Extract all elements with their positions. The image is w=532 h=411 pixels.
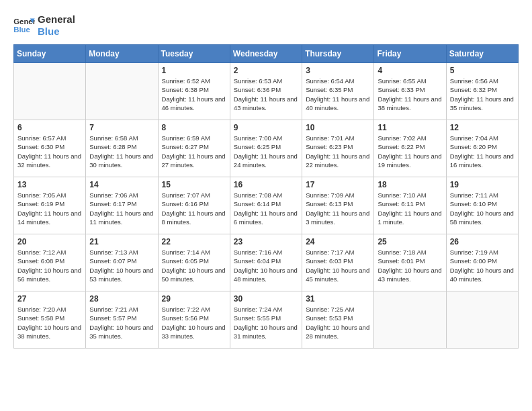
calendar-cell: 22Sunrise: 7:14 AM Sunset: 6:05 PM Dayli… bbox=[158, 234, 230, 291]
calendar-cell: 31Sunrise: 7:25 AM Sunset: 5:53 PM Dayli… bbox=[302, 291, 374, 349]
calendar-cell: 9Sunrise: 7:00 AM Sunset: 6:25 PM Daylig… bbox=[230, 120, 302, 177]
page-header: General Blue General Blue bbox=[13, 13, 519, 38]
calendar-cell: 20Sunrise: 7:12 AM Sunset: 6:08 PM Dayli… bbox=[14, 234, 86, 291]
day-info: Sunrise: 6:55 AM Sunset: 6:33 PM Dayligh… bbox=[378, 77, 442, 112]
day-number: 18 bbox=[378, 180, 442, 189]
day-number: 1 bbox=[162, 66, 226, 75]
day-number: 30 bbox=[234, 294, 298, 304]
day-number: 4 bbox=[378, 66, 442, 75]
day-info: Sunrise: 7:07 AM Sunset: 6:16 PM Dayligh… bbox=[162, 191, 226, 226]
calendar-cell: 23Sunrise: 7:16 AM Sunset: 6:04 PM Dayli… bbox=[230, 234, 302, 291]
calendar-cell: 18Sunrise: 7:10 AM Sunset: 6:11 PM Dayli… bbox=[374, 177, 446, 234]
weekday-header: Saturday bbox=[446, 45, 518, 63]
day-number: 31 bbox=[306, 294, 370, 304]
day-info: Sunrise: 7:09 AM Sunset: 6:13 PM Dayligh… bbox=[306, 191, 370, 226]
day-info: Sunrise: 6:52 AM Sunset: 6:38 PM Dayligh… bbox=[162, 77, 226, 112]
day-number: 2 bbox=[234, 66, 298, 75]
day-info: Sunrise: 6:53 AM Sunset: 6:36 PM Dayligh… bbox=[234, 77, 298, 112]
calendar-cell: 1Sunrise: 6:52 AM Sunset: 6:38 PM Daylig… bbox=[158, 63, 230, 120]
logo-subtext: Blue bbox=[38, 26, 75, 38]
calendar-cell: 8Sunrise: 6:59 AM Sunset: 6:27 PM Daylig… bbox=[158, 120, 230, 177]
calendar-cell bbox=[446, 291, 518, 349]
day-number: 14 bbox=[89, 180, 154, 189]
day-info: Sunrise: 7:20 AM Sunset: 5:58 PM Dayligh… bbox=[17, 305, 82, 340]
day-info: Sunrise: 7:08 AM Sunset: 6:14 PM Dayligh… bbox=[234, 191, 298, 226]
day-info: Sunrise: 7:17 AM Sunset: 6:03 PM Dayligh… bbox=[306, 248, 370, 283]
day-number: 16 bbox=[234, 180, 298, 189]
day-number: 15 bbox=[162, 180, 226, 189]
calendar-cell: 29Sunrise: 7:22 AM Sunset: 5:56 PM Dayli… bbox=[158, 291, 230, 349]
calendar-cell: 5Sunrise: 6:56 AM Sunset: 6:32 PM Daylig… bbox=[446, 63, 518, 120]
calendar-cell: 17Sunrise: 7:09 AM Sunset: 6:13 PM Dayli… bbox=[302, 177, 374, 234]
day-info: Sunrise: 7:11 AM Sunset: 6:10 PM Dayligh… bbox=[450, 191, 515, 226]
calendar-cell: 28Sunrise: 7:21 AM Sunset: 5:57 PM Dayli… bbox=[86, 291, 158, 349]
day-number: 13 bbox=[17, 180, 82, 189]
day-number: 26 bbox=[450, 237, 515, 246]
day-info: Sunrise: 7:25 AM Sunset: 5:53 PM Dayligh… bbox=[306, 305, 370, 340]
day-number: 6 bbox=[17, 123, 82, 132]
calendar-cell: 14Sunrise: 7:06 AM Sunset: 6:17 PM Dayli… bbox=[86, 177, 158, 234]
day-info: Sunrise: 7:14 AM Sunset: 6:05 PM Dayligh… bbox=[162, 248, 226, 283]
day-info: Sunrise: 7:16 AM Sunset: 6:04 PM Dayligh… bbox=[234, 248, 298, 283]
calendar-cell: 19Sunrise: 7:11 AM Sunset: 6:10 PM Dayli… bbox=[446, 177, 518, 234]
calendar-cell bbox=[86, 63, 158, 120]
calendar-table: SundayMondayTuesdayWednesdayThursdayFrid… bbox=[13, 44, 519, 349]
calendar-cell: 11Sunrise: 7:02 AM Sunset: 6:22 PM Dayli… bbox=[374, 120, 446, 177]
day-info: Sunrise: 7:00 AM Sunset: 6:25 PM Dayligh… bbox=[234, 134, 298, 169]
calendar-cell: 2Sunrise: 6:53 AM Sunset: 6:36 PM Daylig… bbox=[230, 63, 302, 120]
calendar-cell: 21Sunrise: 7:13 AM Sunset: 6:07 PM Dayli… bbox=[86, 234, 158, 291]
calendar-cell: 15Sunrise: 7:07 AM Sunset: 6:16 PM Dayli… bbox=[158, 177, 230, 234]
calendar-cell: 12Sunrise: 7:04 AM Sunset: 6:20 PM Dayli… bbox=[446, 120, 518, 177]
day-info: Sunrise: 7:01 AM Sunset: 6:23 PM Dayligh… bbox=[306, 134, 370, 169]
weekday-header: Tuesday bbox=[158, 45, 230, 63]
day-info: Sunrise: 6:57 AM Sunset: 6:30 PM Dayligh… bbox=[17, 134, 82, 169]
calendar-cell: 25Sunrise: 7:18 AM Sunset: 6:01 PM Dayli… bbox=[374, 234, 446, 291]
day-info: Sunrise: 7:05 AM Sunset: 6:19 PM Dayligh… bbox=[17, 191, 82, 226]
day-number: 29 bbox=[162, 294, 226, 304]
day-number: 5 bbox=[450, 66, 515, 75]
day-info: Sunrise: 7:21 AM Sunset: 5:57 PM Dayligh… bbox=[89, 305, 154, 340]
calendar-cell bbox=[374, 291, 446, 349]
day-number: 21 bbox=[89, 237, 154, 246]
weekday-header: Thursday bbox=[302, 45, 374, 63]
day-info: Sunrise: 7:06 AM Sunset: 6:17 PM Dayligh… bbox=[89, 191, 154, 226]
day-info: Sunrise: 6:56 AM Sunset: 6:32 PM Dayligh… bbox=[450, 77, 515, 112]
day-number: 24 bbox=[306, 237, 370, 246]
weekday-header: Friday bbox=[374, 45, 446, 63]
logo: General Blue General Blue bbox=[13, 13, 75, 38]
calendar-cell: 3Sunrise: 6:54 AM Sunset: 6:35 PM Daylig… bbox=[302, 63, 374, 120]
day-number: 11 bbox=[378, 123, 442, 132]
day-info: Sunrise: 7:22 AM Sunset: 5:56 PM Dayligh… bbox=[162, 305, 226, 340]
day-info: Sunrise: 7:10 AM Sunset: 6:11 PM Dayligh… bbox=[378, 191, 442, 226]
day-number: 10 bbox=[306, 123, 370, 132]
day-number: 8 bbox=[162, 123, 226, 132]
day-info: Sunrise: 7:04 AM Sunset: 6:20 PM Dayligh… bbox=[450, 134, 515, 169]
calendar-cell: 27Sunrise: 7:20 AM Sunset: 5:58 PM Dayli… bbox=[14, 291, 86, 349]
day-info: Sunrise: 7:12 AM Sunset: 6:08 PM Dayligh… bbox=[17, 248, 82, 283]
calendar-cell: 26Sunrise: 7:19 AM Sunset: 6:00 PM Dayli… bbox=[446, 234, 518, 291]
calendar-cell: 30Sunrise: 7:24 AM Sunset: 5:55 PM Dayli… bbox=[230, 291, 302, 349]
day-info: Sunrise: 7:13 AM Sunset: 6:07 PM Dayligh… bbox=[89, 248, 154, 283]
day-number: 17 bbox=[306, 180, 370, 189]
logo-icon: General Blue bbox=[13, 16, 35, 35]
day-info: Sunrise: 6:54 AM Sunset: 6:35 PM Dayligh… bbox=[306, 77, 370, 112]
calendar-cell: 6Sunrise: 6:57 AM Sunset: 6:30 PM Daylig… bbox=[14, 120, 86, 177]
day-info: Sunrise: 7:02 AM Sunset: 6:22 PM Dayligh… bbox=[378, 134, 442, 169]
day-number: 19 bbox=[450, 180, 515, 189]
day-number: 12 bbox=[450, 123, 515, 132]
weekday-header: Monday bbox=[86, 45, 158, 63]
calendar-cell: 24Sunrise: 7:17 AM Sunset: 6:03 PM Dayli… bbox=[302, 234, 374, 291]
day-number: 7 bbox=[89, 123, 154, 132]
day-number: 23 bbox=[234, 237, 298, 246]
day-info: Sunrise: 7:24 AM Sunset: 5:55 PM Dayligh… bbox=[234, 305, 298, 340]
calendar-cell: 16Sunrise: 7:08 AM Sunset: 6:14 PM Dayli… bbox=[230, 177, 302, 234]
calendar-cell: 4Sunrise: 6:55 AM Sunset: 6:33 PM Daylig… bbox=[374, 63, 446, 120]
calendar-cell: 13Sunrise: 7:05 AM Sunset: 6:19 PM Dayli… bbox=[14, 177, 86, 234]
day-number: 20 bbox=[17, 237, 82, 246]
day-info: Sunrise: 7:19 AM Sunset: 6:00 PM Dayligh… bbox=[450, 248, 515, 283]
day-number: 9 bbox=[234, 123, 298, 132]
day-info: Sunrise: 6:59 AM Sunset: 6:27 PM Dayligh… bbox=[162, 134, 226, 169]
svg-text:Blue: Blue bbox=[13, 26, 30, 34]
day-number: 3 bbox=[306, 66, 370, 75]
calendar-cell: 7Sunrise: 6:58 AM Sunset: 6:28 PM Daylig… bbox=[86, 120, 158, 177]
